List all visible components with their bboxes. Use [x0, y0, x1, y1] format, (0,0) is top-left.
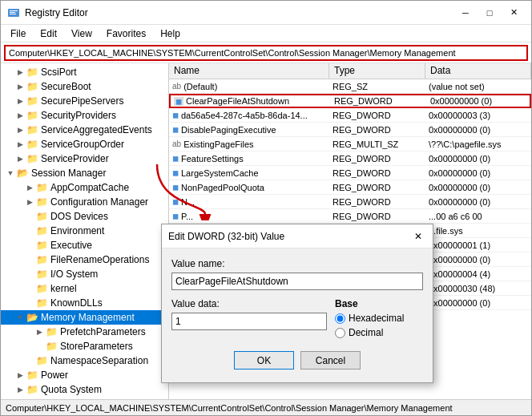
- reg-type-icon: ab: [172, 82, 181, 91]
- cell-data: 0x00000000 (0): [425, 168, 531, 178]
- table-row[interactable]: ab ExistingPageFiles REG_MULTI_SZ \??\C:…: [169, 137, 531, 151]
- tree-item-securepipeservers[interactable]: ▶ 📁 SecurePipeServers: [1, 94, 168, 108]
- folder-icon: 📁: [26, 81, 39, 92]
- cell-type: REG_DWORD: [329, 212, 425, 221]
- title-bar-left: Registry Editor: [7, 6, 88, 19]
- tree-item-appcompatcache[interactable]: ▶ 📁 AppCompatCache: [1, 180, 168, 195]
- cancel-button[interactable]: Cancel: [300, 351, 361, 370]
- folder-icon: 📁: [26, 139, 39, 150]
- table-row[interactable]: ◼ N... REG_DWORD 0x00000000 (0): [169, 195, 531, 209]
- cell-name: ◼ FeatureSettings: [169, 154, 329, 164]
- folder-icon: 📁: [36, 240, 49, 251]
- table-row[interactable]: ◼ LargeSystemCache REG_DWORD 0x00000000 …: [169, 166, 531, 180]
- tree-label: ScsiPort: [41, 67, 77, 78]
- tree-item-memorymanagement[interactable]: ▼ 📂 Memory Management: [1, 310, 168, 325]
- menu-favorites[interactable]: Favorites: [100, 26, 152, 41]
- tree-item-serviceaggregatedevents[interactable]: ▶ 📁 ServiceAggregatedEvents: [1, 123, 168, 137]
- tree-item-securityproviders[interactable]: ▶ 📁 SecurityProviders: [1, 108, 168, 123]
- tree-item-executive[interactable]: 📁 Executive: [1, 238, 168, 252]
- tree-label: kernel: [50, 283, 77, 294]
- tree-label: FileRenameOperations: [50, 254, 149, 265]
- tree-label: KnownDLLs: [50, 297, 103, 309]
- svg-rect-1: [10, 10, 18, 11]
- tree-item-storeparameters[interactable]: 📁 StoreParameters: [1, 339, 168, 353]
- tree-item-scsiport[interactable]: ▶ 📁 ScsiPort: [1, 65, 168, 79]
- tree-item-configurationmanager[interactable]: ▶ 📁 Configuration Manager: [1, 195, 168, 209]
- main-wrapper: ▶ 📁 ScsiPort ▶ 📁 SecureBoot ▶ 📁 SecurePi…: [1, 63, 531, 399]
- svg-rect-3: [10, 14, 16, 14]
- status-text: Computer\HKEY_LOCAL_MACHINE\SYSTEM\Curre…: [6, 403, 453, 413]
- table-row[interactable]: ◼ FeatureSettings REG_DWORD 0x00000000 (…: [169, 151, 531, 166]
- radio-hexadecimal[interactable]: Hexadecimal: [335, 313, 423, 324]
- tree-label: StoreParameters: [60, 341, 133, 352]
- expand-icon: ▶: [14, 111, 26, 119]
- tree-item-power[interactable]: ▶ 📁 Power: [1, 368, 168, 382]
- cell-data: (value not set): [425, 82, 531, 91]
- tree-item-namespaceseparation[interactable]: 📁 NamespaceSeparation: [1, 353, 168, 368]
- reg-dword-icon: ◼: [172, 197, 179, 206]
- reg-dword-icon: ◼: [172, 183, 179, 192]
- tree-item-iosystem[interactable]: 📁 I/O System: [1, 267, 168, 281]
- dialog-base-section: Base Hexadecimal Decimal: [335, 298, 423, 338]
- reg-dword-icon: ◼: [172, 111, 179, 119]
- radio-group: Hexadecimal Decimal: [335, 313, 423, 338]
- table-row[interactable]: ◼ NonPagedPoolQuota REG_DWORD 0x00000000…: [169, 180, 531, 195]
- cell-type: REG_DWORD: [329, 183, 425, 192]
- menu-bar: File Edit View Favorites Help: [1, 25, 531, 42]
- dialog-close-button[interactable]: ✕: [410, 228, 426, 244]
- radio-decimal[interactable]: Decimal: [335, 327, 423, 338]
- cell-type: REG_DWORD: [329, 197, 425, 207]
- cell-name: ◼ N...: [169, 197, 329, 207]
- window-title: Registry Editor: [25, 7, 88, 18]
- tree-item-secureboot[interactable]: ▶ 📁 SecureBoot: [1, 79, 168, 94]
- cell-data: ...file.sys: [425, 226, 531, 236]
- radio-decimal-input[interactable]: [335, 328, 345, 338]
- tree-item-kernel[interactable]: 📁 kernel: [1, 281, 168, 296]
- expand-icon: ▶: [33, 328, 46, 336]
- tree-panel[interactable]: ▶ 📁 ScsiPort ▶ 📁 SecureBoot ▶ 📁 SecurePi…: [1, 63, 169, 399]
- value-data-label: Value data:: [171, 298, 327, 309]
- menu-help[interactable]: Help: [154, 26, 187, 41]
- cell-name: ◼ LargeSystemCache: [169, 168, 329, 178]
- address-input[interactable]: [4, 45, 528, 61]
- table-row[interactable]: ◼ P... REG_DWORD ...00 a6 c6 00: [169, 209, 531, 224]
- folder-icon: 📁: [26, 110, 39, 121]
- table-row[interactable]: ab (Default) REG_SZ (value not set): [169, 79, 531, 94]
- expand-icon: ▶: [14, 68, 26, 76]
- tree-item-prefetchparameters[interactable]: ▶ 📁 PrefetchParameters: [1, 325, 168, 339]
- reg-dword-icon: ◼: [172, 212, 179, 220]
- menu-file[interactable]: File: [4, 26, 32, 41]
- table-row[interactable]: ◼ da56a5e4-287c-4a5b-86da-14... REG_DWOR…: [169, 108, 531, 123]
- menu-view[interactable]: View: [65, 26, 99, 41]
- tree-item-serviceprovider[interactable]: ▶ 📁 ServiceProvider: [1, 151, 168, 166]
- close-button[interactable]: ✕: [502, 5, 525, 21]
- table-row[interactable]: ◼ DisablePagingExecutive REG_DWORD 0x000…: [169, 123, 531, 137]
- dialog-value-section: Value data:: [171, 298, 327, 338]
- tree-item-subsystems[interactable]: ▶ 📁 SubSystems: [1, 397, 168, 399]
- dialog-value-base-row: Value data: Base Hexadecimal: [171, 298, 423, 338]
- ok-button[interactable]: OK: [234, 351, 294, 370]
- tree-item-environment[interactable]: 📁 Environment: [1, 224, 168, 238]
- table-row[interactable]: ◼ ClearPageFileAtShutdown REG_DWORD 0x00…: [169, 94, 531, 108]
- cell-name: ◼ da56a5e4-287c-4a5b-86da-14...: [169, 111, 329, 120]
- maximize-button[interactable]: □: [478, 5, 501, 21]
- address-bar: [1, 42, 531, 63]
- cell-data: 0x00000000 (0): [425, 298, 531, 308]
- tree-item-dosdevices[interactable]: 📁 DOS Devices: [1, 209, 168, 224]
- radio-hexadecimal-input[interactable]: [335, 313, 345, 324]
- value-name-label: Value name:: [171, 258, 423, 269]
- value-name-input[interactable]: [171, 273, 423, 290]
- menu-edit[interactable]: Edit: [34, 26, 63, 41]
- tree-item-servicegrouporder[interactable]: ▶ 📁 ServiceGroupOrder: [1, 137, 168, 151]
- regedit-icon: [7, 6, 20, 19]
- tree-item-sessionmanager[interactable]: ▼ 📂 Session Manager: [1, 166, 168, 180]
- tree-item-knowndlls[interactable]: 📁 KnownDLLs: [1, 296, 168, 310]
- tree-item-filerenameoperations[interactable]: 📁 FileRenameOperations: [1, 252, 168, 267]
- detail-header: Name Type Data: [169, 63, 531, 79]
- tree-label: Quota System: [41, 384, 102, 395]
- minimize-button[interactable]: ─: [454, 5, 477, 21]
- folder-icon: 📁: [26, 370, 39, 381]
- reg-dword-icon: ◼: [172, 154, 179, 163]
- tree-item-quotasystem[interactable]: ▶ 📁 Quota System: [1, 382, 168, 397]
- value-data-input[interactable]: [171, 313, 327, 330]
